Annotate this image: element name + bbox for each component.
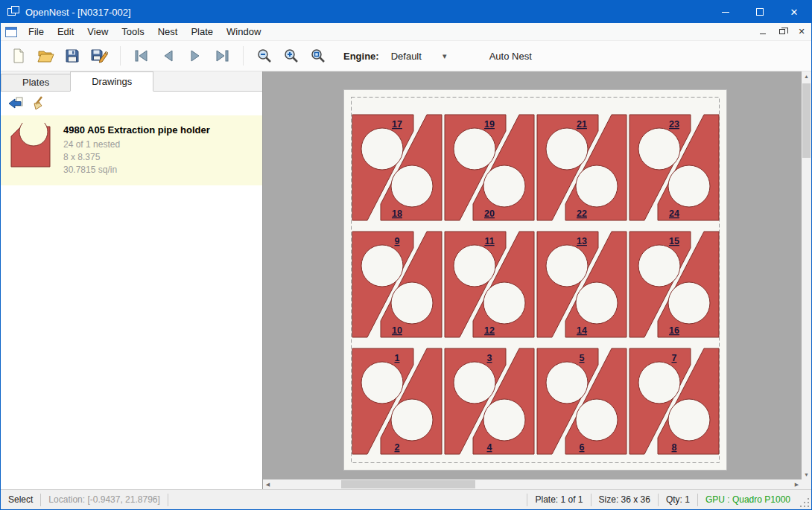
part-hole bbox=[391, 165, 433, 207]
mdi-restore-button[interactable] bbox=[773, 24, 792, 40]
chevron-down-icon: ▾ bbox=[443, 51, 447, 61]
engine-value: Default bbox=[391, 51, 422, 62]
part-hole bbox=[576, 399, 618, 441]
mdi-document-icon[interactable] bbox=[5, 27, 17, 37]
part-hole bbox=[361, 128, 403, 170]
part-number: 8 bbox=[672, 442, 677, 453]
maximize-button[interactable] bbox=[743, 1, 777, 23]
status-qty: Qty: 1 bbox=[659, 494, 697, 505]
app-window: OpenNest - [N0317-002] ✕ File Edit View … bbox=[0, 0, 812, 510]
part-hole bbox=[546, 128, 588, 170]
save-icon bbox=[64, 48, 80, 64]
scroll-left-icon[interactable]: ◀ bbox=[263, 479, 273, 489]
part-hole bbox=[638, 128, 680, 170]
tab-drawings[interactable]: Drawings bbox=[70, 71, 153, 92]
open-button[interactable] bbox=[32, 43, 59, 68]
part-hole bbox=[391, 282, 433, 324]
menu-window[interactable]: Window bbox=[220, 23, 267, 40]
menu-file[interactable]: File bbox=[22, 23, 51, 40]
menu-view[interactable]: View bbox=[80, 23, 115, 40]
horizontal-scroll-thumb[interactable] bbox=[341, 480, 475, 488]
status-separator bbox=[168, 494, 168, 506]
open-folder-icon bbox=[37, 47, 54, 65]
previous-plate-button[interactable] bbox=[155, 43, 182, 68]
part-number: 4 bbox=[487, 442, 492, 453]
scroll-up-icon[interactable]: ▲ bbox=[802, 71, 811, 81]
part-number: 6 bbox=[580, 442, 585, 453]
save-as-button[interactable] bbox=[86, 43, 112, 68]
part-title: 4980 A05 Extraction pipe holder bbox=[63, 124, 210, 136]
last-arrow-icon bbox=[214, 48, 230, 63]
mdi-close-button[interactable]: ✕ bbox=[792, 24, 811, 40]
first-plate-button[interactable] bbox=[128, 43, 155, 68]
save-button[interactable] bbox=[59, 43, 86, 68]
part-hole bbox=[668, 282, 710, 324]
previous-arrow-icon bbox=[160, 48, 177, 63]
menu-plate[interactable]: Plate bbox=[184, 23, 220, 40]
send-to-nest-button[interactable] bbox=[5, 94, 26, 113]
title-bar: OpenNest - [N0317-002] ✕ bbox=[1, 1, 811, 23]
broom-icon bbox=[31, 95, 48, 112]
clear-button[interactable] bbox=[29, 94, 50, 113]
part-number: 9 bbox=[395, 236, 400, 246]
status-plate: Plate: 1 of 1 bbox=[527, 494, 590, 505]
part-hole bbox=[483, 282, 525, 324]
tab-plates[interactable]: Plates bbox=[1, 74, 71, 91]
plate[interactable]: 171819202122232491011121314151612345678 bbox=[343, 89, 727, 473]
sidebar-tabs: Plates Drawings bbox=[1, 71, 262, 92]
minimize-button[interactable] bbox=[708, 1, 743, 23]
part-hole bbox=[576, 165, 618, 207]
part-hole bbox=[576, 282, 618, 324]
part-number: 22 bbox=[577, 208, 587, 219]
part-hole bbox=[361, 362, 403, 404]
part-area: 30.7815 sq/in bbox=[63, 164, 210, 176]
status-gpu: GPU : Quadro P1000 bbox=[698, 494, 798, 505]
close-icon: ✕ bbox=[790, 7, 799, 17]
horizontal-scrollbar[interactable]: ◀ ▶ bbox=[263, 479, 802, 489]
engine-select[interactable]: Default ▾ bbox=[385, 48, 467, 64]
scroll-down-icon[interactable]: ▼ bbox=[802, 470, 811, 479]
toolbar-separator bbox=[243, 46, 244, 66]
engine-label: Engine: bbox=[343, 51, 379, 62]
list-item[interactable]: 4980 A05 Extraction pipe holder 24 of 1 … bbox=[1, 115, 262, 185]
scroll-right-icon[interactable]: ▶ bbox=[792, 479, 802, 489]
part-nested-count: 24 of 1 nested bbox=[63, 138, 210, 151]
mdi-close-icon: ✕ bbox=[798, 28, 805, 36]
zoom-out-button[interactable] bbox=[251, 43, 278, 68]
vertical-scroll-thumb[interactable] bbox=[802, 83, 811, 158]
auto-nest-button[interactable]: Auto Nest bbox=[489, 51, 532, 62]
status-size: Size: 36 x 36 bbox=[591, 494, 658, 505]
menu-nest[interactable]: Nest bbox=[151, 23, 185, 40]
menu-bar: File Edit View Tools Nest Plate Window ✕ bbox=[1, 23, 811, 41]
part-number: 14 bbox=[577, 325, 587, 336]
resize-grip[interactable] bbox=[799, 497, 811, 509]
close-button[interactable]: ✕ bbox=[777, 1, 811, 23]
new-button[interactable] bbox=[5, 43, 32, 68]
part-number: 13 bbox=[577, 236, 587, 246]
mdi-minimize-button[interactable] bbox=[753, 24, 773, 40]
nest-svg: 171819202122232491011121314151612345678 bbox=[343, 89, 727, 471]
part-hole bbox=[454, 362, 495, 404]
menu-tools[interactable]: Tools bbox=[115, 23, 150, 40]
part-number: 24 bbox=[669, 208, 679, 219]
drawings-toolbar bbox=[1, 92, 262, 115]
zoom-fit-button[interactable] bbox=[305, 43, 332, 68]
part-number: 3 bbox=[487, 353, 492, 363]
part-hole bbox=[638, 245, 680, 287]
menu-edit[interactable]: Edit bbox=[51, 23, 80, 40]
part-number: 17 bbox=[392, 119, 402, 130]
last-plate-button[interactable] bbox=[209, 43, 235, 68]
nest-canvas[interactable]: 171819202122232491011121314151612345678 … bbox=[263, 71, 811, 489]
part-hole bbox=[361, 245, 403, 287]
vertical-scrollbar[interactable]: ▲ ▼ bbox=[802, 71, 811, 479]
blue-arrow-sheet-icon bbox=[7, 96, 24, 111]
zoom-in-icon bbox=[283, 48, 299, 64]
window-title: OpenNest - [N0317-002] bbox=[25, 7, 131, 18]
next-plate-button[interactable] bbox=[182, 43, 209, 68]
zoom-in-button[interactable] bbox=[278, 43, 305, 68]
part-number: 2 bbox=[395, 442, 400, 453]
part-number: 15 bbox=[669, 236, 679, 246]
part-number: 23 bbox=[669, 119, 679, 130]
mdi-restore-icon bbox=[779, 29, 785, 34]
toolbar-separator bbox=[120, 46, 121, 66]
